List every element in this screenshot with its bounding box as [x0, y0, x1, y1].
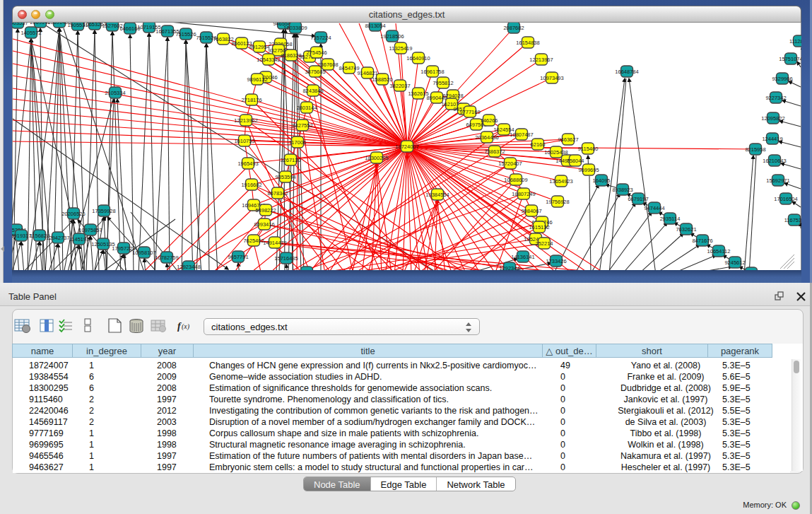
- svg-text:9463627: 9463627: [558, 136, 578, 143]
- svg-text:1733426: 1733426: [546, 258, 566, 264]
- svg-text:164095: 164095: [592, 177, 610, 184]
- svg-text:8427552: 8427552: [292, 122, 312, 129]
- svg-text:9227342: 9227342: [765, 95, 786, 101]
- svg-text:8912954: 8912954: [249, 44, 269, 50]
- svg-text:15716485: 15716485: [274, 255, 298, 262]
- svg-text:7663822: 7663822: [213, 36, 233, 42]
- svg-text:1405572: 1405572: [20, 30, 41, 36]
- svg-text:2935114: 2935114: [660, 216, 681, 222]
- svg-text:5498222: 5498222: [255, 207, 276, 214]
- svg-text:10958107: 10958107: [132, 250, 155, 256]
- svg-text:2803144: 2803144: [296, 105, 317, 111]
- svg-text:19218506: 19218506: [380, 33, 404, 40]
- svg-text:6794028: 6794028: [442, 93, 463, 99]
- svg-text:15692971: 15692971: [766, 177, 789, 184]
- svg-text:14914479: 14914479: [263, 240, 286, 246]
- svg-text:18300295: 18300295: [365, 155, 388, 161]
- svg-text:10543342: 10543342: [257, 57, 280, 63]
- svg-text:20364436: 20364436: [475, 134, 498, 141]
- svg-text:9146821: 9146821: [357, 70, 377, 76]
- svg-text:1610753: 1610753: [234, 138, 254, 144]
- svg-text:1292344: 1292344: [499, 265, 519, 271]
- svg-text:1903557: 1903557: [12, 23, 28, 26]
- svg-text:9245612: 9245612: [724, 259, 745, 266]
- svg-text:17359928: 17359928: [92, 208, 115, 214]
- svg-text:10688609: 10688609: [504, 177, 527, 183]
- svg-text:8471676: 8471676: [692, 238, 712, 244]
- svg-text:1362615: 1362615: [408, 90, 428, 97]
- svg-text:1145193: 1145193: [69, 236, 90, 243]
- svg-text:7632621: 7632621: [676, 226, 696, 233]
- svg-text:9474444: 9474444: [644, 205, 664, 211]
- svg-text:6679197: 6679197: [628, 196, 648, 202]
- svg-text:8938923: 8938923: [612, 187, 632, 193]
- svg-text:9984067: 9984067: [521, 208, 541, 214]
- svg-text:1615132: 1615132: [529, 224, 549, 230]
- svg-text:1112847: 1112847: [789, 38, 801, 45]
- svg-text:16154838: 16154838: [516, 40, 539, 46]
- svg-text:8215958: 8215958: [745, 146, 765, 153]
- svg-text:20206526: 20206526: [61, 211, 85, 217]
- svg-text:18807249: 18807249: [512, 191, 535, 197]
- svg-text:7386372: 7386372: [484, 148, 505, 155]
- svg-text:12942737: 12942737: [46, 235, 69, 241]
- svg-text:10975857: 10975857: [78, 227, 102, 233]
- svg-text:117006: 117006: [289, 139, 306, 146]
- svg-text:252214: 252214: [535, 240, 553, 247]
- svg-text:1167533: 1167533: [784, 217, 801, 223]
- svg-text:7357224: 7357224: [310, 35, 331, 41]
- svg-text:8454749: 8454749: [339, 65, 359, 71]
- svg-text:1588520: 1588520: [372, 76, 392, 83]
- svg-text:16782759: 16782759: [155, 255, 178, 261]
- svg-text:9245081: 9245081: [296, 269, 317, 271]
- svg-text:3875685: 3875685: [305, 69, 325, 75]
- svg-text:19756928: 19756928: [546, 199, 569, 205]
- svg-text:2754546: 2754546: [306, 49, 326, 56]
- svg-text:16033809: 16033809: [283, 25, 307, 31]
- svg-text:9329966: 9329966: [772, 76, 792, 82]
- svg-text:13654923: 13654923: [549, 178, 572, 185]
- svg-text:19384554: 19384554: [425, 192, 449, 198]
- svg-text:9699695: 9699695: [578, 167, 599, 173]
- svg-text:(x): (x): [182, 322, 190, 331]
- svg-text:18724007: 18724007: [395, 144, 418, 150]
- svg-text:1244419: 1244419: [762, 136, 782, 142]
- svg-text:746266: 746266: [480, 117, 498, 124]
- svg-text:62160: 62160: [531, 141, 546, 148]
- svg-text:17016504: 17016504: [774, 196, 797, 202]
- svg-text:1916682: 1916682: [241, 182, 261, 188]
- svg-text:10654112: 10654112: [707, 248, 731, 255]
- svg-text:758044: 758044: [566, 158, 584, 164]
- svg-text:7625402: 7625402: [243, 238, 264, 244]
- svg-text:16210643: 16210643: [763, 158, 786, 164]
- svg-text:15751074: 15751074: [779, 56, 801, 62]
- svg-text:9353594: 9353594: [275, 174, 295, 180]
- svg-text:3267130: 3267130: [280, 157, 300, 163]
- svg-text:10025438: 10025438: [544, 149, 567, 156]
- svg-text:12923448: 12923448: [177, 264, 200, 270]
- svg-text:7955812: 7955812: [433, 80, 453, 86]
- svg-text:8243848: 8243848: [302, 88, 323, 94]
- svg-text:12213967: 12213967: [529, 57, 553, 63]
- svg-text:16640910: 16640910: [406, 55, 430, 62]
- svg-text:3822037: 3822037: [389, 83, 410, 89]
- svg-text:3919317: 3919317: [12, 233, 32, 239]
- svg-text:15720407: 15720407: [498, 160, 522, 167]
- svg-text:14136141: 14136141: [511, 254, 534, 260]
- svg-text:11325419: 11325419: [389, 45, 413, 52]
- svg-text:9896132: 9896132: [247, 76, 267, 83]
- svg-text:12095822: 12095822: [761, 115, 784, 122]
- svg-text:16961758: 16961758: [420, 69, 444, 75]
- svg-text:8093416: 8093416: [254, 221, 274, 228]
- svg-text:9777169: 9777169: [459, 109, 480, 115]
- svg-text:12213962: 12213962: [234, 117, 257, 124]
- svg-text:10973493: 10973493: [540, 75, 563, 81]
- svg-text:8678342: 8678342: [267, 190, 288, 197]
- svg-text:8186328: 8186328: [281, 52, 301, 59]
- svg-text:8813054: 8813054: [365, 23, 385, 29]
- svg-text:2087682: 2087682: [503, 25, 524, 31]
- svg-text:9115460: 9115460: [578, 146, 599, 152]
- svg-text:9657791: 9657791: [228, 254, 248, 260]
- svg-text:7515526: 7515526: [175, 31, 196, 37]
- svg-text:16648784: 16648784: [615, 69, 638, 75]
